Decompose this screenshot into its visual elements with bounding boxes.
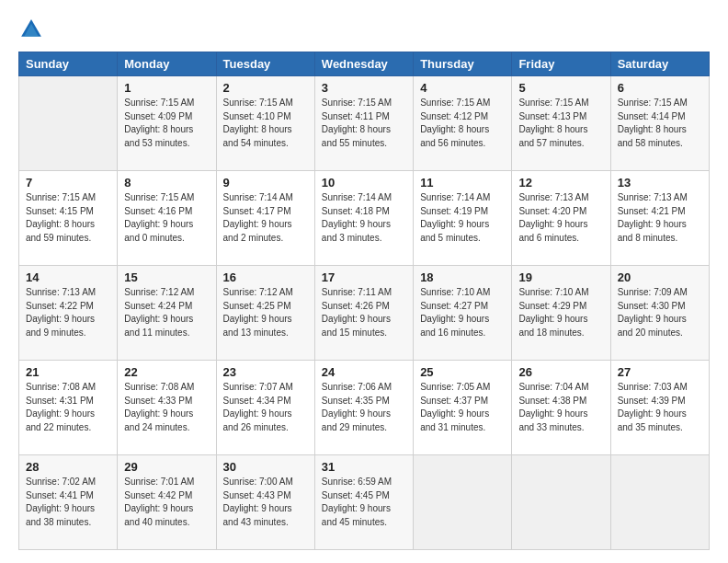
day-info: Sunrise: 7:07 AMSunset: 4:34 PMDaylight:… [223,381,308,434]
calendar-cell: 24Sunrise: 7:06 AMSunset: 4:35 PMDayligh… [314,361,413,455]
calendar-cell: 17Sunrise: 7:11 AMSunset: 4:26 PMDayligh… [314,266,413,361]
day-info: Sunrise: 7:13 AMSunset: 4:20 PMDaylight:… [518,191,603,245]
calendar-week-row: 14Sunrise: 7:13 AMSunset: 4:22 PMDayligh… [19,266,710,361]
calendar-cell: 14Sunrise: 7:13 AMSunset: 4:22 PMDayligh… [19,266,118,361]
calendar-table: SundayMondayTuesdayWednesdayThursdayFrid… [18,52,710,550]
calendar-cell [414,455,512,550]
calendar-week-row: 21Sunrise: 7:08 AMSunset: 4:31 PMDayligh… [19,361,710,455]
day-info: Sunrise: 7:15 AMSunset: 4:14 PMDaylight:… [618,97,702,150]
calendar-cell: 27Sunrise: 7:03 AMSunset: 4:39 PMDayligh… [610,361,709,455]
calendar-cell: 8Sunrise: 7:15 AMSunset: 4:16 PMDaylight… [118,171,216,266]
calendar-cell: 25Sunrise: 7:05 AMSunset: 4:37 PMDayligh… [414,361,512,455]
calendar-cell [610,455,709,550]
day-number: 6 [618,81,702,95]
logo-icon [18,17,44,42]
calendar-cell: 9Sunrise: 7:14 AMSunset: 4:17 PMDaylight… [216,171,314,266]
day-number: 17 [322,270,406,284]
day-info: Sunrise: 7:13 AMSunset: 4:21 PMDaylight:… [618,191,702,245]
calendar-day-header: Wednesday [314,52,413,76]
day-number: 23 [223,365,308,379]
calendar-week-row: 28Sunrise: 7:02 AMSunset: 4:41 PMDayligh… [19,455,710,550]
day-info: Sunrise: 7:11 AMSunset: 4:26 PMDaylight:… [322,286,406,339]
day-number: 15 [124,270,209,284]
day-info: Sunrise: 7:14 AMSunset: 4:18 PMDaylight:… [322,191,406,245]
day-info: Sunrise: 7:00 AMSunset: 4:43 PMDaylight:… [223,476,308,529]
day-number: 29 [124,460,209,474]
day-info: Sunrise: 7:10 AMSunset: 4:29 PMDaylight:… [518,286,603,339]
day-info: Sunrise: 7:15 AMSunset: 4:13 PMDaylight:… [518,97,603,150]
calendar-day-header: Monday [118,52,216,76]
calendar-week-row: 7Sunrise: 7:15 AMSunset: 4:15 PMDaylight… [19,171,710,266]
calendar-cell: 20Sunrise: 7:09 AMSunset: 4:30 PMDayligh… [610,266,709,361]
calendar-header-row: SundayMondayTuesdayWednesdayThursdayFrid… [19,52,710,76]
calendar-cell: 16Sunrise: 7:12 AMSunset: 4:25 PMDayligh… [216,266,314,361]
day-info: Sunrise: 6:59 AMSunset: 4:45 PMDaylight:… [322,476,406,529]
day-number: 3 [322,81,406,95]
day-info: Sunrise: 7:15 AMSunset: 4:10 PMDaylight:… [223,97,308,150]
day-number: 21 [26,365,110,379]
calendar-cell: 15Sunrise: 7:12 AMSunset: 4:24 PMDayligh… [118,266,216,361]
day-number: 28 [26,460,110,474]
day-info: Sunrise: 7:08 AMSunset: 4:31 PMDaylight:… [26,381,110,434]
day-info: Sunrise: 7:15 AMSunset: 4:12 PMDaylight:… [420,97,505,150]
calendar-cell: 21Sunrise: 7:08 AMSunset: 4:31 PMDayligh… [19,361,118,455]
day-number: 14 [26,270,110,284]
calendar-cell: 10Sunrise: 7:14 AMSunset: 4:18 PMDayligh… [314,171,413,266]
day-info: Sunrise: 7:12 AMSunset: 4:24 PMDaylight:… [124,286,209,339]
header [18,17,710,42]
day-number: 16 [223,270,308,284]
day-number: 25 [420,365,505,379]
day-number: 8 [124,176,209,190]
calendar-cell: 4Sunrise: 7:15 AMSunset: 4:12 PMDaylight… [414,76,512,171]
day-number: 9 [223,176,308,190]
day-info: Sunrise: 7:12 AMSunset: 4:25 PMDaylight:… [223,286,308,339]
logo [18,17,48,42]
day-info: Sunrise: 7:09 AMSunset: 4:30 PMDaylight:… [618,286,702,339]
calendar-cell: 22Sunrise: 7:08 AMSunset: 4:33 PMDayligh… [118,361,216,455]
calendar-cell: 18Sunrise: 7:10 AMSunset: 4:27 PMDayligh… [414,266,512,361]
day-number: 5 [518,81,603,95]
day-number: 7 [26,176,110,190]
day-info: Sunrise: 7:15 AMSunset: 4:15 PMDaylight:… [26,191,110,245]
calendar-cell: 26Sunrise: 7:04 AMSunset: 4:38 PMDayligh… [512,361,610,455]
calendar-cell: 13Sunrise: 7:13 AMSunset: 4:21 PMDayligh… [610,171,709,266]
day-number: 18 [420,270,505,284]
calendar-cell: 6Sunrise: 7:15 AMSunset: 4:14 PMDaylight… [610,76,709,171]
day-number: 22 [124,365,209,379]
calendar-cell: 2Sunrise: 7:15 AMSunset: 4:10 PMDaylight… [216,76,314,171]
day-number: 11 [420,176,505,190]
day-number: 13 [618,176,702,190]
calendar-cell: 19Sunrise: 7:10 AMSunset: 4:29 PMDayligh… [512,266,610,361]
page: SundayMondayTuesdayWednesdayThursdayFrid… [0,0,728,563]
calendar-day-header: Saturday [610,52,709,76]
calendar-day-header: Sunday [19,52,118,76]
calendar-cell: 1Sunrise: 7:15 AMSunset: 4:09 PMDaylight… [118,76,216,171]
calendar-week-row: 1Sunrise: 7:15 AMSunset: 4:09 PMDaylight… [19,76,710,171]
calendar-day-header: Friday [512,52,610,76]
day-info: Sunrise: 7:15 AMSunset: 4:09 PMDaylight:… [124,97,209,150]
day-number: 1 [124,81,209,95]
day-number: 26 [518,365,603,379]
day-info: Sunrise: 7:14 AMSunset: 4:19 PMDaylight:… [420,191,505,245]
day-info: Sunrise: 7:10 AMSunset: 4:27 PMDaylight:… [420,286,505,339]
calendar-cell: 23Sunrise: 7:07 AMSunset: 4:34 PMDayligh… [216,361,314,455]
day-number: 19 [518,270,603,284]
day-info: Sunrise: 7:15 AMSunset: 4:11 PMDaylight:… [322,97,406,150]
calendar-day-header: Tuesday [216,52,314,76]
day-info: Sunrise: 7:15 AMSunset: 4:16 PMDaylight:… [124,191,209,245]
day-number: 20 [618,270,702,284]
calendar-cell: 31Sunrise: 6:59 AMSunset: 4:45 PMDayligh… [314,455,413,550]
day-info: Sunrise: 7:03 AMSunset: 4:39 PMDaylight:… [618,381,702,434]
day-info: Sunrise: 7:13 AMSunset: 4:22 PMDaylight:… [26,286,110,339]
day-info: Sunrise: 7:14 AMSunset: 4:17 PMDaylight:… [223,191,308,245]
day-number: 4 [420,81,505,95]
day-number: 2 [223,81,308,95]
day-number: 30 [223,460,308,474]
day-info: Sunrise: 7:02 AMSunset: 4:41 PMDaylight:… [26,476,110,529]
day-number: 31 [322,460,406,474]
day-number: 12 [518,176,603,190]
calendar-cell: 29Sunrise: 7:01 AMSunset: 4:42 PMDayligh… [118,455,216,550]
calendar-cell: 5Sunrise: 7:15 AMSunset: 4:13 PMDaylight… [512,76,610,171]
calendar-cell: 7Sunrise: 7:15 AMSunset: 4:15 PMDaylight… [19,171,118,266]
day-info: Sunrise: 7:05 AMSunset: 4:37 PMDaylight:… [420,381,505,434]
